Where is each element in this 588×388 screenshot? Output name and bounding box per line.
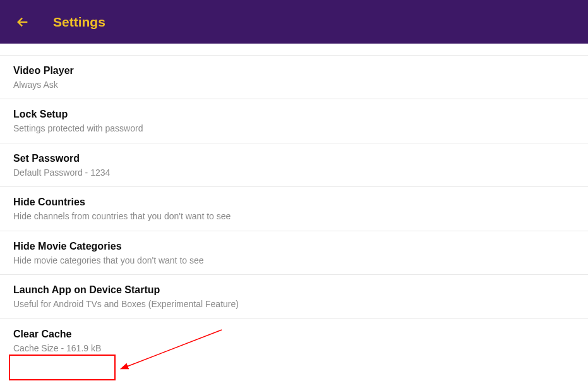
- settings-item-title: Video Player: [13, 64, 575, 78]
- settings-item-hide-countries[interactable]: Hide Countries Hide channels from countr…: [0, 187, 588, 231]
- settings-item-title: Hide Countries: [13, 195, 575, 209]
- settings-item-set-password[interactable]: Set Password Default Password - 1234: [0, 143, 588, 187]
- settings-item-title: Hide Movie Categories: [13, 239, 575, 253]
- settings-item-subtitle: Settings protected with password: [13, 123, 575, 135]
- settings-item-subtitle: [13, 45, 575, 56]
- settings-item-title: Lock Setup: [13, 107, 575, 121]
- settings-item-video-player[interactable]: Video Player Always Ask: [0, 56, 588, 99]
- settings-item-subtitle: Default Password - 1234: [13, 167, 575, 179]
- settings-item-lock-setup[interactable]: Lock Setup Settings protected with passw…: [0, 99, 588, 143]
- settings-item-subtitle: Cache Size - 161.9 kB: [13, 343, 575, 355]
- settings-item-hide-movie-categories[interactable]: Hide Movie Categories Hide movie categor…: [0, 231, 588, 275]
- settings-list: Video Player Always Ask Lock Setup Setti…: [0, 44, 588, 362]
- page-title: Settings: [53, 15, 105, 30]
- settings-item-subtitle: Always Ask: [13, 79, 575, 91]
- settings-item-clear-cache[interactable]: Clear Cache Cache Size - 161.9 kB: [0, 319, 588, 362]
- settings-item-launch-on-startup[interactable]: Launch App on Device Startup Useful for …: [0, 275, 588, 318]
- settings-item-title: Clear Cache: [13, 327, 575, 341]
- settings-item-subtitle: Hide channels from countries that you do…: [13, 210, 575, 222]
- settings-item-subtitle: Useful for Android TVs and Boxes (Experi…: [13, 298, 575, 310]
- back-arrow-icon[interactable]: [15, 15, 30, 30]
- app-header: Settings: [0, 0, 588, 44]
- settings-item-title: Launch App on Device Startup: [13, 283, 575, 297]
- settings-item-title: Set Password: [13, 152, 575, 166]
- settings-item-subtitle: Hide movie categories that you don't wan…: [13, 255, 575, 267]
- settings-item-partial[interactable]: [0, 44, 588, 56]
